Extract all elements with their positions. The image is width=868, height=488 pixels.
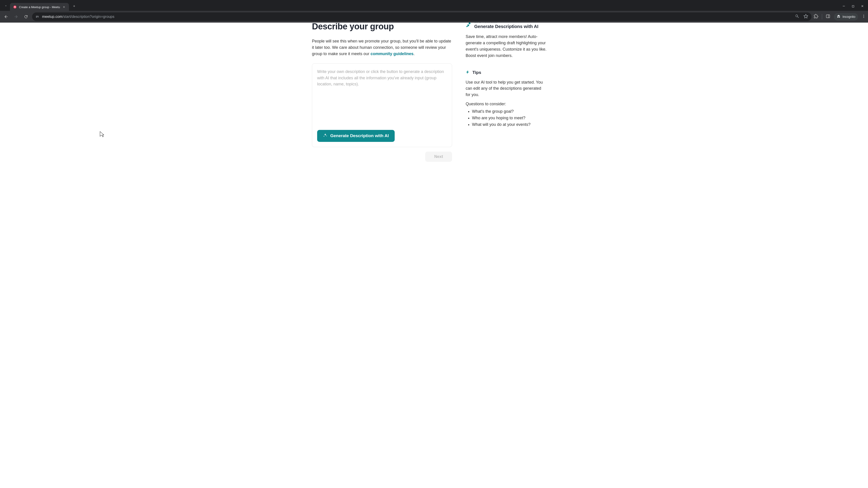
feature-title: Generate Descriptions with AI: [474, 24, 538, 29]
url-domain: meetup.com: [42, 15, 62, 19]
svg-point-6: [864, 16, 864, 17]
side-panel-icon[interactable]: [826, 14, 830, 20]
tips-body: Use our AI tool to help you get started.…: [466, 79, 547, 98]
incognito-icon: [837, 14, 841, 19]
meetup-favicon-icon: [13, 5, 17, 9]
subtitle-text-post: .: [413, 52, 414, 56]
url-text: meetup.com/start/description?origin=grou…: [42, 15, 114, 19]
next-button[interactable]: Next: [425, 152, 452, 162]
toolbar-separator: [822, 14, 822, 20]
window-minimize-button[interactable]: [842, 4, 845, 8]
feature-body: Save time, attract more members! Auto-ge…: [466, 34, 547, 59]
tips-question-item: Who are you hoping to meet?: [472, 115, 547, 121]
browser-tab-strip: Create a Meetup group - Meetu: [0, 0, 868, 11]
lightning-icon: [466, 70, 470, 75]
url-path: /start/description?origin=groups: [62, 15, 114, 19]
new-feature-section: NEW FEATURE Generate Descriptions with A…: [466, 23, 547, 29]
tips-title: Tips: [472, 70, 481, 75]
extensions-icon[interactable]: [814, 14, 818, 20]
search-icon[interactable]: [795, 14, 799, 20]
tips-question-item: What's the group goal?: [472, 108, 547, 115]
address-bar[interactable]: meetup.com/start/description?origin=grou…: [32, 12, 811, 21]
site-info-icon[interactable]: [35, 15, 39, 19]
incognito-chip[interactable]: Incognito: [834, 13, 858, 21]
sparkle-icon: [323, 133, 328, 139]
svg-rect-3: [827, 15, 830, 18]
tab-search-button[interactable]: [2, 2, 10, 10]
tips-questions-intro: Questions to consider:: [466, 102, 547, 106]
nav-reload-button[interactable]: [22, 13, 30, 21]
browser-tab-active[interactable]: Create a Meetup group - Meetu: [10, 3, 69, 11]
new-tab-button[interactable]: [71, 3, 78, 9]
nav-back-button[interactable]: [2, 13, 10, 21]
window-maximize-button[interactable]: [852, 4, 855, 8]
incognito-label: Incognito: [842, 15, 855, 19]
window-close-button[interactable]: [861, 4, 864, 8]
rocket-icon: [466, 23, 471, 29]
toolbar-actions: Incognito: [814, 13, 866, 21]
generate-with-ai-label: Generate Description with AI: [330, 133, 389, 138]
main-column: Describe your group People will see this…: [310, 23, 452, 488]
nav-forward-button[interactable]: [12, 13, 20, 21]
svg-point-7: [864, 17, 864, 18]
page-title: Describe your group: [312, 23, 452, 31]
bookmark-icon[interactable]: [803, 14, 808, 20]
page-viewport: Describe your group People will see this…: [0, 23, 868, 488]
community-guidelines-link[interactable]: community guidelines: [370, 52, 413, 56]
tips-section-header: Tips: [466, 70, 547, 75]
page-subtitle: People will see this when we promote you…: [312, 38, 452, 57]
tips-question-item: What will you do at your events?: [472, 121, 547, 128]
tips-question-list: What's the group goal? Who are you hopin…: [472, 108, 547, 128]
browser-toolbar: meetup.com/start/description?origin=grou…: [0, 11, 868, 23]
tab-close-button[interactable]: [62, 5, 66, 9]
svg-rect-1: [843, 6, 845, 6]
description-editor[interactable]: Write your own description or click the …: [312, 64, 452, 147]
svg-rect-2: [852, 5, 854, 7]
sidebar-column: NEW FEATURE Generate Descriptions with A…: [466, 23, 547, 488]
generate-with-ai-button[interactable]: Generate Description with AI: [317, 130, 395, 142]
description-placeholder: Write your own description or click the …: [317, 69, 447, 88]
tab-title: Create a Meetup group - Meetu: [19, 5, 60, 9]
svg-point-5: [864, 15, 864, 15]
browser-menu-icon[interactable]: [862, 14, 866, 19]
mouse-cursor-icon: [99, 131, 105, 139]
window-controls: [842, 4, 868, 11]
